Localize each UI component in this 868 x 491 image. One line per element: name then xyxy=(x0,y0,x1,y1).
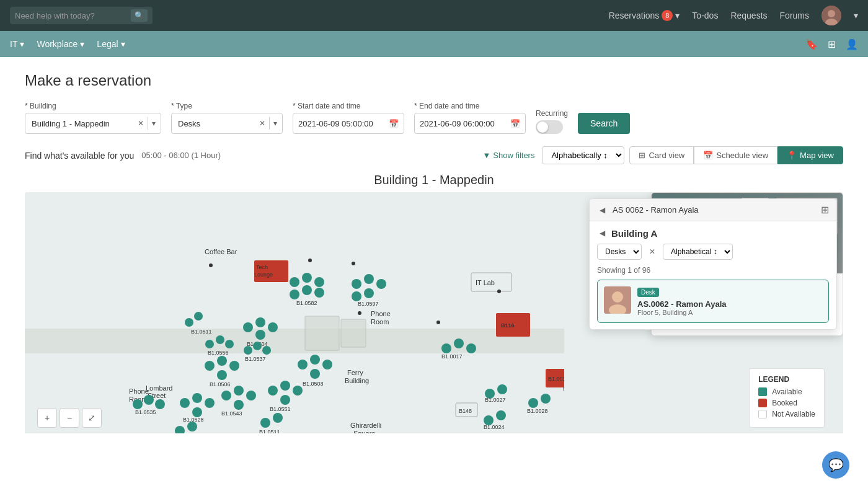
map-viewport[interactable]: Lombard Street Coffee Bar Tech Lounge IT… xyxy=(25,192,843,433)
type-label: * Type xyxy=(171,102,283,110)
show-filters-button[interactable]: ▼ Show filters xyxy=(482,151,534,160)
type-field[interactable]: Desks ✕ ▾ xyxy=(171,113,283,134)
svg-text:B1.0027: B1.0027 xyxy=(485,397,506,403)
recurring-field-group: Recurring xyxy=(536,109,568,134)
type-dropdown-button[interactable]: ▾ xyxy=(271,118,280,129)
building-clear-button[interactable]: ✕ xyxy=(135,118,146,129)
svg-point-53 xyxy=(253,342,262,350)
schedule-view-label: Schedule view xyxy=(716,151,768,160)
svg-text:B1.0028: B1.0028 xyxy=(527,408,548,414)
page-title: Make a reservation xyxy=(25,72,843,89)
svg-point-43 xyxy=(217,356,227,366)
popup-type-filter[interactable]: Desks xyxy=(597,244,642,260)
chat-button[interactable]: 💬 xyxy=(822,451,849,479)
reservations-label: Reservations xyxy=(609,11,660,20)
svg-point-49 xyxy=(322,360,332,369)
map-container: Building 1 - Mappedin Lombard Street Cof… xyxy=(25,173,843,433)
svg-point-48 xyxy=(310,355,320,365)
legend-title: LEGEND xyxy=(758,375,815,384)
expand-button[interactable]: ⤢ xyxy=(82,408,102,428)
not-available-color-box xyxy=(758,410,767,418)
search-button-form[interactable]: Search xyxy=(578,113,630,134)
svg-text:Ferry: Ferry xyxy=(347,369,363,376)
avatar-chevron-icon: ▾ xyxy=(854,11,858,20)
todos-label: To-dos xyxy=(692,11,718,20)
svg-text:Coffee Bar: Coffee Bar xyxy=(205,248,237,255)
reservations-nav[interactable]: Reservations 8 ▾ xyxy=(609,10,680,21)
svg-point-77 xyxy=(155,399,165,409)
popup-type-clear-button[interactable]: ✕ xyxy=(647,246,658,257)
desk-tag: Desk xyxy=(637,288,659,297)
search-input[interactable] xyxy=(15,11,131,20)
results-header: Find what's available for you 05:00 - 06… xyxy=(25,146,843,164)
svg-text:Phone: Phone xyxy=(129,387,149,395)
avatar[interactable] xyxy=(822,6,841,25)
legal-chevron-icon: ▾ xyxy=(121,39,125,49)
svg-point-76 xyxy=(144,395,154,405)
org-chart-icon[interactable]: ⊞ xyxy=(828,38,836,50)
start-date-label: * Start date and time xyxy=(293,102,404,110)
svg-text:Square: Square xyxy=(353,430,375,433)
search-button[interactable]: 🔍 xyxy=(131,9,148,22)
building-dropdown-button[interactable]: ▾ xyxy=(149,118,158,129)
svg-point-42 xyxy=(205,361,215,371)
popup-nav-back-button[interactable]: ◀ xyxy=(597,228,608,239)
end-date-field[interactable]: 2021-06-09 06:00:00 📅 xyxy=(414,113,526,134)
forums-nav[interactable]: Forums xyxy=(780,11,809,20)
sort-select[interactable]: Alphabetically ↕ xyxy=(542,146,624,164)
bookmark-icon[interactable]: 🔖 xyxy=(805,38,818,50)
svg-point-82 xyxy=(260,418,270,428)
person-icon[interactable]: 👤 xyxy=(846,38,858,50)
start-date-value: 2021-06-09 05:00:00 xyxy=(298,119,373,128)
svg-text:Room: Room xyxy=(371,318,389,325)
desk-card[interactable]: Desk AS.0062 - Ramon Ayala Floor 5, Buil… xyxy=(597,280,829,323)
sidebar-item-it[interactable]: IT ▾ xyxy=(10,39,24,49)
svg-point-68 xyxy=(280,395,290,405)
find-label: Find what's available for you xyxy=(25,151,134,161)
svg-point-112 xyxy=(497,290,501,293)
svg-point-56 xyxy=(205,340,214,348)
recurring-toggle[interactable] xyxy=(536,120,563,134)
pin-icon: 📍 xyxy=(787,151,797,160)
svg-text:B1.0535: B1.0535 xyxy=(135,409,156,415)
popup-sort-filter[interactable]: Alphabetical ↕ xyxy=(663,244,733,260)
type-value: Desks xyxy=(174,119,257,128)
svg-rect-3 xyxy=(25,192,564,433)
type-field-group: * Type Desks ✕ ▾ xyxy=(171,102,283,134)
map-view-button[interactable]: 📍 Map view xyxy=(777,146,843,164)
calendar-icon-start: 📅 xyxy=(389,119,399,128)
desk-name: AS.0062 - Ramon Ayala xyxy=(637,299,822,309)
legend-booked: Booked xyxy=(758,399,815,407)
popup-back-button[interactable]: ◀ xyxy=(597,205,608,216)
card-view-button[interactable]: ⊞ Card view xyxy=(629,146,694,164)
svg-text:B1.0511: B1.0511 xyxy=(259,429,280,433)
building-field[interactable]: Building 1 - Mappedin ✕ ▾ xyxy=(25,113,161,134)
svg-rect-107 xyxy=(341,319,366,347)
popup-header: ◀ AS 0062 - Ramon Ayala ⊞ xyxy=(590,199,836,221)
sidebar-item-legal[interactable]: Legal ▾ xyxy=(97,39,125,49)
svg-point-115 xyxy=(612,291,623,303)
requests-nav[interactable]: Requests xyxy=(730,11,767,20)
svg-text:B1.0511: B1.0511 xyxy=(191,329,212,335)
svg-text:B1.0556: B1.0556 xyxy=(208,350,229,356)
popup-close-button[interactable]: ⊞ xyxy=(821,204,829,216)
time-range: 05:00 - 06:00 (1 Hour) xyxy=(141,151,221,160)
type-clear-button[interactable]: ✕ xyxy=(257,118,268,129)
schedule-view-button[interactable]: 📅 Schedule view xyxy=(694,146,777,164)
svg-point-52 xyxy=(244,346,252,355)
zoom-in-button[interactable]: + xyxy=(37,408,57,428)
todos-nav[interactable]: To-dos xyxy=(692,11,718,20)
svg-point-26 xyxy=(314,288,324,298)
zoom-out-button[interactable]: − xyxy=(60,408,79,428)
popup-count: Showing 1 of 96 xyxy=(597,266,829,275)
svg-text:B1.0024: B1.0024 xyxy=(484,424,505,430)
map-controls: + − ⤢ xyxy=(37,408,102,428)
sidebar-item-workplace[interactable]: Workplace ▾ xyxy=(37,39,84,49)
building-label: * Building xyxy=(25,102,161,110)
svg-text:B1.0537: B1.0537 xyxy=(245,356,266,362)
start-date-field[interactable]: 2021-06-09 05:00:00 📅 xyxy=(293,113,404,134)
svg-point-44 xyxy=(229,361,239,371)
svg-point-73 xyxy=(192,407,202,417)
legend-available: Available xyxy=(758,387,815,396)
search-bar: 🔍 xyxy=(10,7,153,24)
